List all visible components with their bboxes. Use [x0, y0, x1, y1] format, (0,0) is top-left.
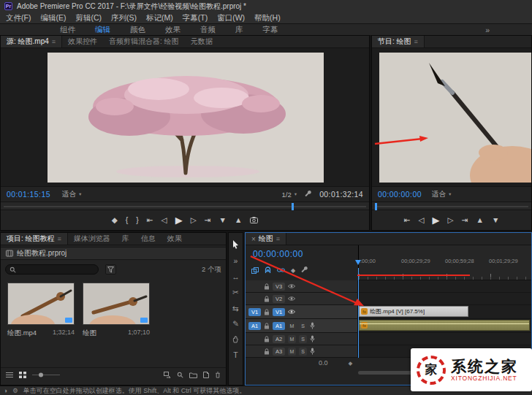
goto-out-icon[interactable]: ⇥ — [205, 216, 211, 224]
mute-button[interactable]: M — [288, 348, 296, 356]
timeline-video-clip[interactable]: fx 绘图.mp4 [V] [67.5%] — [359, 306, 468, 317]
tab-effect-controls[interactable]: 效果控件 — [62, 36, 103, 47]
track-v3-content[interactable] — [358, 280, 531, 292]
playhead-line[interactable] — [358, 268, 359, 358]
mark-in-icon[interactable]: { — [126, 216, 129, 224]
ripple-edit-tool-icon[interactable]: ↔ — [232, 273, 240, 281]
mute-button[interactable]: M — [288, 322, 296, 330]
workspace-color[interactable]: 颜色 — [130, 25, 145, 35]
timeline-audio-clip[interactable]: fx — [359, 320, 530, 331]
panel-menu-icon[interactable]: ≡ — [276, 235, 280, 242]
timeline-settings-wrench-icon[interactable] — [301, 266, 308, 274]
step-back-icon[interactable]: ◁ — [419, 216, 425, 224]
linked-selection-icon[interactable] — [277, 267, 285, 273]
selection-tool-icon[interactable] — [232, 240, 239, 249]
find-icon[interactable] — [177, 372, 183, 378]
search-input-wrap[interactable] — [5, 264, 99, 275]
clip-name[interactable]: 绘图.mp4 — [7, 329, 37, 338]
play-icon[interactable]: ▶ — [175, 215, 183, 225]
project-item-thumbnail[interactable] — [7, 283, 75, 325]
source-patch-slot[interactable] — [248, 348, 261, 356]
zoom-slider[interactable] — [32, 372, 60, 378]
menu-sequence[interactable]: 序列(S) — [111, 13, 137, 23]
mute-button[interactable]: M — [288, 335, 296, 343]
menu-edit[interactable]: 编辑(E) — [40, 13, 66, 23]
new-item-icon[interactable] — [203, 372, 209, 378]
solo-button[interactable]: S — [299, 335, 307, 343]
track-target-badge[interactable]: V1 — [273, 308, 285, 316]
snap-icon[interactable] — [265, 266, 271, 274]
nest-sequence-icon[interactable] — [251, 267, 259, 274]
gear-icon[interactable]: ⚙ — [12, 388, 18, 394]
track-output-eye-icon[interactable] — [288, 283, 295, 289]
lock-icon[interactable] — [264, 309, 270, 315]
track-target-badge[interactable]: V2 — [273, 295, 285, 303]
export-frame-icon[interactable] — [250, 217, 258, 223]
workspace-overflow-icon[interactable]: » — [485, 26, 490, 34]
track-select-tool-icon[interactable]: » — [234, 257, 238, 265]
program-current-timecode[interactable]: 00:00:00:00 — [378, 190, 422, 199]
track-v2-content[interactable] — [358, 293, 531, 304]
lock-icon[interactable] — [264, 348, 270, 355]
source-patch-badge[interactable]: A1 — [248, 322, 261, 330]
source-video-preview[interactable] — [48, 53, 324, 183]
panel-menu-icon[interactable]: ≡ — [414, 38, 418, 45]
track-output-eye-icon[interactable] — [288, 296, 295, 302]
slip-tool-icon[interactable]: ⇆ — [232, 304, 239, 312]
goto-in-icon[interactable]: ⇤ — [404, 216, 411, 224]
track-target-badge[interactable]: A3 — [273, 348, 285, 356]
contrast-icon[interactable]: ◑ — [4, 388, 7, 394]
playhead-head[interactable] — [355, 260, 361, 265]
tab-info[interactable]: 信息 — [135, 233, 162, 245]
workspace-titles[interactable]: 字幕 — [263, 25, 278, 35]
lock-icon[interactable] — [264, 283, 270, 290]
master-gain-value[interactable]: 0.0 — [319, 359, 328, 367]
workspace-editing[interactable]: 编辑 — [95, 25, 110, 35]
clip-name[interactable]: 绘图 — [83, 329, 96, 338]
lift-icon[interactable]: ▲ — [476, 216, 483, 224]
tab-project[interactable]: 项目: 绘图教程 ≡ — [1, 233, 68, 245]
menu-title[interactable]: 字幕(T) — [183, 13, 208, 23]
filter-bin-icon[interactable] — [105, 264, 116, 275]
list-view-icon[interactable] — [6, 372, 13, 378]
tab-libraries[interactable]: 库 — [116, 233, 135, 245]
panel-menu-icon[interactable]: ≡ — [58, 235, 61, 242]
source-patch-slot[interactable] — [248, 335, 261, 343]
track-v1-content[interactable]: fx 绘图.mp4 [V] [67.5%] — [358, 305, 531, 318]
menu-file[interactable]: 文件(F) — [6, 13, 31, 23]
program-video-preview[interactable] — [379, 53, 531, 183]
menu-marker[interactable]: 标记(M) — [146, 13, 173, 23]
timeline-current-timecode[interactable]: 00:00:00:00 — [253, 249, 303, 259]
delete-icon[interactable] — [215, 372, 221, 378]
tab-media-browser[interactable]: 媒体浏览器 — [68, 233, 116, 245]
source-patch-badge[interactable]: V1 — [248, 308, 261, 316]
razor-tool-icon[interactable]: ✂ — [232, 288, 239, 296]
lock-icon[interactable] — [264, 336, 270, 342]
timeline-ruler[interactable]: :00;00 00;00;29;29 00;00;59;28 00;01;29;… — [358, 245, 531, 280]
program-scrubber[interactable] — [372, 202, 531, 210]
menu-help[interactable]: 帮助(H) — [254, 13, 281, 23]
track-target-badge[interactable]: A1 — [273, 322, 285, 330]
search-input[interactable] — [19, 266, 92, 273]
menu-window[interactable]: 窗口(W) — [217, 13, 245, 23]
icon-view-icon[interactable] — [19, 372, 26, 378]
source-patch-slot[interactable] — [248, 295, 261, 303]
lock-icon[interactable] — [264, 323, 270, 329]
tab-sequence[interactable]: × 绘图 ≡ — [246, 233, 286, 245]
panel-menu-icon[interactable]: ≡ — [52, 38, 56, 45]
tab-effects[interactable]: 效果 — [162, 233, 188, 245]
overwrite-icon[interactable]: ▲ — [235, 216, 242, 224]
extract-icon[interactable]: ▼ — [492, 216, 499, 224]
goto-out-icon[interactable]: ⇥ — [462, 216, 468, 224]
workspace-libraries[interactable]: 库 — [235, 25, 243, 35]
voiceover-mic-icon[interactable] — [310, 348, 315, 355]
tab-source-monitor[interactable]: 源: 绘图.mp4 ≡ — [1, 36, 62, 47]
track-a1-content[interactable]: fx — [358, 319, 531, 332]
track-output-eye-icon[interactable] — [288, 309, 295, 315]
audio-gain-rubber-band[interactable] — [360, 323, 529, 324]
track-target-badge[interactable]: A2 — [273, 335, 285, 343]
step-back-icon[interactable]: ◁ — [162, 216, 167, 224]
add-marker-icon[interactable]: ◆ — [112, 216, 118, 224]
lock-icon[interactable] — [264, 296, 270, 302]
mark-out-icon[interactable]: } — [136, 216, 139, 224]
